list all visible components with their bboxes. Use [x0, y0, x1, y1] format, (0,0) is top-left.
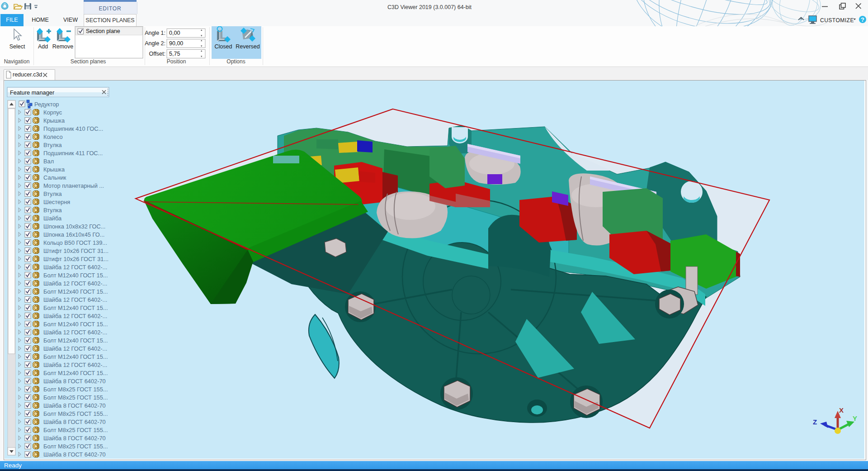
svg-text:Редуктор: Редуктор — [34, 101, 59, 108]
svg-text:Втулка: Втулка — [43, 190, 62, 197]
svg-text:Шайба: Шайба — [43, 215, 62, 222]
svg-text:Шпонка 10x8x32 ГОС...: Шпонка 10x8x32 ГОС... — [43, 223, 105, 230]
svg-text:Болт М12x40 ГОСТ 15...: Болт М12x40 ГОСТ 15... — [43, 337, 108, 344]
svg-text:Болт М8x25 ГОСТ 155...: Болт М8x25 ГОСТ 155... — [43, 443, 108, 450]
svg-text:Втулка: Втулка — [43, 207, 62, 214]
svg-text:Шайба 12 ГОСТ 6402-...: Шайба 12 ГОСТ 6402-... — [43, 362, 107, 368]
svg-text:Шайба 8 ГОСТ 6402-70: Шайба 8 ГОСТ 6402-70 — [43, 451, 106, 458]
svg-text:Колесо: Колесо — [43, 133, 63, 140]
svg-text:Вал: Вал — [43, 158, 54, 165]
svg-text:Крышка: Крышка — [43, 166, 65, 173]
svg-text:Болт М8x25 ГОСТ 155...: Болт М8x25 ГОСТ 155... — [43, 427, 108, 433]
svg-text:Шайба 12 ГОСТ 6402-...: Шайба 12 ГОСТ 6402-... — [43, 296, 107, 303]
svg-text:Болт М12x40 ГОСТ 15...: Болт М12x40 ГОСТ 15... — [43, 288, 108, 295]
svg-text:Болт М12x40 ГОСТ 15...: Болт М12x40 ГОСТ 15... — [43, 353, 108, 360]
svg-text:Шайба 12 ГОСТ 6402-...: Шайба 12 ГОСТ 6402-... — [43, 280, 107, 287]
svg-text:Шайба 12 ГОСТ 6402-...: Шайба 12 ГОСТ 6402-... — [43, 345, 107, 352]
svg-text:Болт М8x25 ГОСТ 155...: Болт М8x25 ГОСТ 155... — [43, 386, 108, 393]
svg-text:Болт М12x40 ГОСТ 15...: Болт М12x40 ГОСТ 15... — [43, 272, 108, 279]
svg-text:Подшипник 410 ГОС...: Подшипник 410 ГОС... — [43, 125, 103, 132]
svg-text:X: X — [839, 406, 844, 414]
svg-text:Крышка: Крышка — [43, 117, 65, 124]
svg-text:Z: Z — [813, 418, 817, 426]
svg-text:Шайба 12 ГОСТ 6402-...: Шайба 12 ГОСТ 6402-... — [43, 264, 107, 271]
svg-text:Шпонка 16x10x45 ГО...: Шпонка 16x10x45 ГО... — [43, 231, 104, 238]
svg-text:Y: Y — [853, 414, 857, 422]
svg-text:Болт М8x25 ГОСТ 155...: Болт М8x25 ГОСТ 155... — [43, 410, 108, 417]
svg-text:Болт М12x40 ГОСТ 15...: Болт М12x40 ГОСТ 15... — [43, 321, 108, 328]
svg-text:Кольцо B50 ГОСТ 139...: Кольцо B50 ГОСТ 139... — [43, 239, 107, 246]
svg-text:Штифт 10x26 ГОСТ 31...: Штифт 10x26 ГОСТ 31... — [43, 247, 108, 254]
svg-text:Подшипник 411 ГОС...: Подшипник 411 ГОС... — [43, 150, 103, 157]
svg-text:Мотор планетарный ...: Мотор планетарный ... — [43, 182, 104, 189]
svg-text:Болт М12x40 ГОСТ 15...: Болт М12x40 ГОСТ 15... — [43, 304, 108, 311]
svg-text:Болт М12x40 ГОСТ 15...: Болт М12x40 ГОСТ 15... — [43, 370, 108, 376]
svg-text:Шайба 8 ГОСТ 6402-70: Шайба 8 ГОСТ 6402-70 — [43, 419, 106, 425]
svg-text:Штифт 10x26 ГОСТ 31...: Штифт 10x26 ГОСТ 31... — [43, 256, 108, 262]
svg-text:Шайба 12 ГОСТ 6402-...: Шайба 12 ГОСТ 6402-... — [43, 313, 107, 319]
svg-text:Втулка: Втулка — [43, 142, 62, 148]
svg-text:Шайба 8 ГОСТ 6402-70: Шайба 8 ГОСТ 6402-70 — [43, 435, 106, 442]
svg-text:Болт М8x25 ГОСТ 155...: Болт М8x25 ГОСТ 155... — [43, 394, 108, 401]
svg-text:Шайба 8 ГОСТ 6402-70: Шайба 8 ГОСТ 6402-70 — [43, 378, 106, 385]
svg-text:Корпус: Корпус — [43, 109, 62, 116]
svg-text:Сальник: Сальник — [43, 174, 66, 181]
svg-text:Шестерня: Шестерня — [43, 199, 70, 205]
svg-text:Шайба 8 ГОСТ 6402-70: Шайба 8 ГОСТ 6402-70 — [43, 402, 106, 409]
svg-text:Feature manager: Feature manager — [10, 89, 55, 96]
svg-text:Шайба 12 ГОСТ 6402-...: Шайба 12 ГОСТ 6402-... — [43, 329, 107, 336]
